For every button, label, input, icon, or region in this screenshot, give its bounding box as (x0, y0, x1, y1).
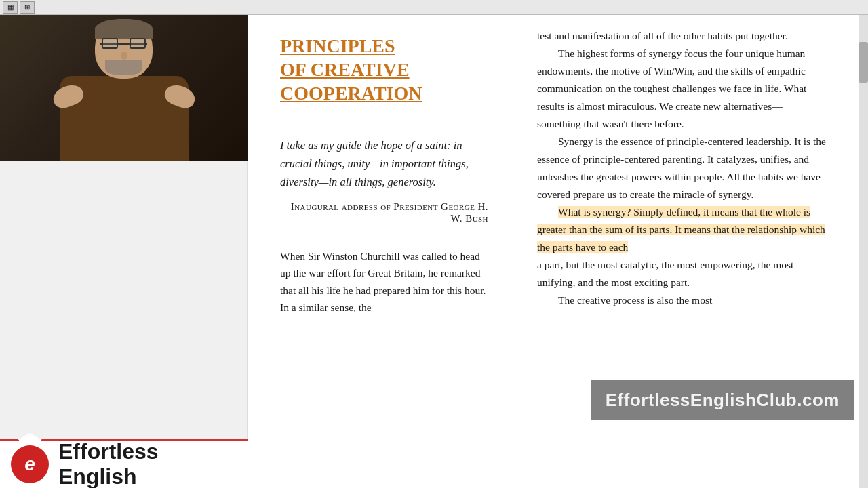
right-para-4-highlight: What is synergy? Simply defined, it mean… (537, 203, 826, 256)
right-para-3: Synergy is the essence of principle-cent… (537, 133, 826, 203)
doc-left-column: PRINCIPLES OF CREATIVE COOPERATION I tak… (248, 15, 515, 488)
toolbar-btn-1[interactable]: ▦ (3, 1, 18, 14)
scrollbar-thumb[interactable] (859, 42, 868, 83)
title-line3: COOPERATION (280, 83, 422, 104)
quote-attribution: Inaugural address of President George H.… (280, 201, 488, 224)
logo-circle: e (11, 445, 49, 483)
scrollbar[interactable] (859, 15, 868, 488)
document-area: PRINCIPLES OF CREATIVE COOPERATION I tak… (248, 15, 868, 488)
right-para-2: The highest forms of synergy focus the f… (537, 45, 826, 133)
toolbar: ▦ ⊞ (0, 0, 868, 15)
branding-bar: e Effortless English (0, 439, 248, 488)
watermark-overlay: EffortlessEnglishClub.com (591, 380, 854, 420)
right-para-1: test and manifestation of all of the oth… (537, 27, 826, 45)
logo-letter: e (24, 453, 35, 475)
brand-name: Effortless English (58, 439, 237, 488)
left-panel: e Effortless English (0, 15, 248, 488)
right-col-text: test and manifestation of all of the oth… (537, 27, 826, 310)
right-para-6: The creative process is also the most (537, 291, 826, 309)
main-area: e Effortless English PRINCIPLES OF CREAT… (0, 15, 868, 488)
view-icon-1: ▦ (7, 3, 14, 11)
doc-title: PRINCIPLES OF CREATIVE COOPERATION (280, 34, 488, 105)
doc-body-paragraph: When Sir Winston Churchill was called to… (280, 247, 488, 317)
highlighted-text: What is synergy? Simply defined, it mean… (537, 206, 825, 253)
toolbar-btn-2[interactable]: ⊞ (20, 1, 35, 14)
title-line2: OF CREATIVE (280, 59, 410, 80)
quote-block: I take as my guide the hope of a saint: … (280, 129, 488, 231)
right-para-5: a part, but the most catalytic, the most… (537, 256, 826, 291)
view-icon-2: ⊞ (24, 3, 30, 11)
title-line1: PRINCIPLES (280, 35, 395, 56)
video-person (0, 15, 248, 161)
doc-quote: I take as my guide the hope of a saint: … (280, 136, 488, 192)
video-container (0, 15, 248, 161)
sidebar-area (0, 161, 248, 439)
